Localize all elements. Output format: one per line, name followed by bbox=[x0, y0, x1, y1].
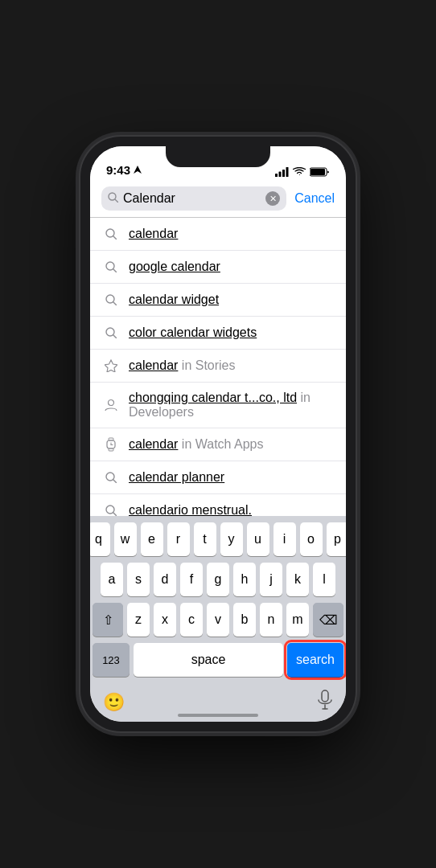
suggestions-list: calendar google calendar calendar widget bbox=[90, 218, 346, 516]
suggestion-text: calendar planner bbox=[129, 470, 224, 485]
svg-rect-0 bbox=[275, 174, 278, 177]
key-a[interactable]: a bbox=[101, 563, 123, 596]
time-display: 9:43 bbox=[106, 163, 130, 177]
suggestion-text: color calendar widgets bbox=[129, 326, 257, 340]
status-time: 9:43 bbox=[106, 163, 142, 177]
signal-icon bbox=[275, 167, 289, 177]
search-icon bbox=[103, 469, 119, 485]
space-key[interactable]: space bbox=[134, 643, 283, 677]
shift-key[interactable]: ⇧ bbox=[93, 603, 123, 637]
key-y[interactable]: y bbox=[220, 522, 243, 556]
search-input[interactable]: Calendar bbox=[123, 191, 261, 206]
svg-point-16 bbox=[109, 400, 114, 406]
svg-point-12 bbox=[106, 295, 114, 303]
suggestion-text: google calendar bbox=[129, 260, 220, 274]
keyboard-row-1: q w e r t y u i o p bbox=[93, 522, 343, 556]
svg-point-24 bbox=[106, 506, 114, 514]
svg-line-9 bbox=[113, 236, 117, 240]
svg-rect-19 bbox=[109, 448, 113, 451]
keyboard-row-3: ⇧ z x c v b n m ⌫ bbox=[93, 603, 343, 637]
search-icon bbox=[108, 192, 118, 205]
list-item[interactable]: calendar planner bbox=[90, 461, 346, 494]
suggestion-text: calendario menstrual. bbox=[129, 503, 252, 516]
search-bar-container: Calendar ✕ Cancel bbox=[90, 182, 346, 217]
suggestion-text: chongqing calendar t...co., ltd in Devel… bbox=[129, 391, 333, 420]
status-icons bbox=[275, 167, 330, 177]
svg-line-13 bbox=[113, 302, 117, 305]
location-arrow-icon bbox=[134, 166, 142, 175]
phone-screen: 9:43 bbox=[90, 146, 346, 722]
key-q[interactable]: q bbox=[90, 522, 110, 556]
svg-line-15 bbox=[113, 335, 117, 338]
list-item[interactable]: google calendar bbox=[90, 251, 346, 284]
svg-rect-3 bbox=[286, 167, 289, 177]
list-item[interactable]: calendar bbox=[90, 218, 346, 251]
battery-icon bbox=[310, 167, 330, 177]
keyboard: q w e r t y u i o p a s d f g h j k bbox=[90, 516, 346, 686]
svg-point-10 bbox=[106, 262, 114, 270]
key-e[interactable]: e bbox=[141, 522, 163, 556]
suggestion-text: calendar in Stories bbox=[129, 358, 236, 373]
search-icon bbox=[103, 259, 119, 275]
svg-rect-5 bbox=[311, 169, 325, 175]
list-item[interactable]: chongqing calendar t...co., ltd in Devel… bbox=[90, 383, 346, 428]
key-o[interactable]: o bbox=[300, 522, 323, 556]
key-h[interactable]: h bbox=[233, 563, 256, 596]
person-icon bbox=[103, 397, 119, 413]
key-p[interactable]: p bbox=[327, 522, 347, 556]
list-item[interactable]: calendario menstrual. bbox=[90, 494, 346, 516]
key-n[interactable]: n bbox=[260, 603, 282, 637]
svg-rect-28 bbox=[322, 690, 328, 702]
microphone-icon[interactable] bbox=[317, 690, 333, 715]
svg-rect-2 bbox=[282, 170, 285, 177]
phone-frame: 9:43 bbox=[80, 137, 356, 731]
wifi-icon bbox=[293, 167, 306, 177]
key-d[interactable]: d bbox=[154, 563, 176, 596]
key-u[interactable]: u bbox=[247, 522, 269, 556]
suggestion-text: calendar bbox=[129, 227, 178, 241]
search-key-ring bbox=[284, 640, 346, 680]
svg-line-25 bbox=[113, 513, 117, 516]
svg-point-22 bbox=[106, 473, 114, 481]
stories-icon bbox=[103, 358, 119, 374]
svg-rect-18 bbox=[109, 438, 113, 440]
key-c[interactable]: c bbox=[180, 603, 203, 637]
svg-line-7 bbox=[115, 199, 117, 202]
key-f[interactable]: f bbox=[180, 563, 203, 596]
search-icon bbox=[103, 502, 119, 516]
cancel-button[interactable]: Cancel bbox=[294, 191, 335, 206]
key-m[interactable]: m bbox=[286, 603, 309, 637]
key-l[interactable]: l bbox=[313, 563, 335, 596]
list-item[interactable]: calendar in Watch Apps bbox=[90, 428, 346, 461]
key-j[interactable]: j bbox=[260, 563, 282, 596]
keyboard-row-4: 123 space search bbox=[93, 643, 343, 677]
search-key[interactable]: search bbox=[287, 643, 343, 677]
home-indicator bbox=[178, 714, 258, 717]
suggestion-text: calendar in Watch Apps bbox=[129, 437, 264, 452]
emoji-icon[interactable]: 🙂 bbox=[103, 692, 125, 713]
key-s[interactable]: s bbox=[127, 563, 150, 596]
key-k[interactable]: k bbox=[286, 563, 309, 596]
key-z[interactable]: z bbox=[127, 603, 150, 637]
list-item[interactable]: color calendar widgets bbox=[90, 317, 346, 350]
number-key[interactable]: 123 bbox=[93, 643, 130, 677]
search-icon bbox=[103, 325, 119, 341]
search-input-wrapper[interactable]: Calendar ✕ bbox=[101, 186, 286, 211]
suggestion-text: calendar widget bbox=[129, 293, 219, 307]
key-v[interactable]: v bbox=[207, 603, 229, 637]
key-w[interactable]: w bbox=[114, 522, 137, 556]
key-r[interactable]: r bbox=[167, 522, 190, 556]
keyboard-row-2: a s d f g h j k l bbox=[93, 563, 343, 596]
key-t[interactable]: t bbox=[194, 522, 216, 556]
clear-button[interactable]: ✕ bbox=[265, 191, 280, 206]
svg-point-8 bbox=[106, 229, 114, 237]
backspace-key[interactable]: ⌫ bbox=[313, 603, 343, 637]
list-item[interactable]: calendar in Stories bbox=[90, 350, 346, 383]
key-g[interactable]: g bbox=[207, 563, 229, 596]
key-b[interactable]: b bbox=[233, 603, 256, 637]
notch bbox=[166, 146, 270, 167]
search-icon bbox=[103, 292, 119, 308]
list-item[interactable]: calendar widget bbox=[90, 284, 346, 317]
key-i[interactable]: i bbox=[274, 522, 296, 556]
key-x[interactable]: x bbox=[154, 603, 176, 637]
